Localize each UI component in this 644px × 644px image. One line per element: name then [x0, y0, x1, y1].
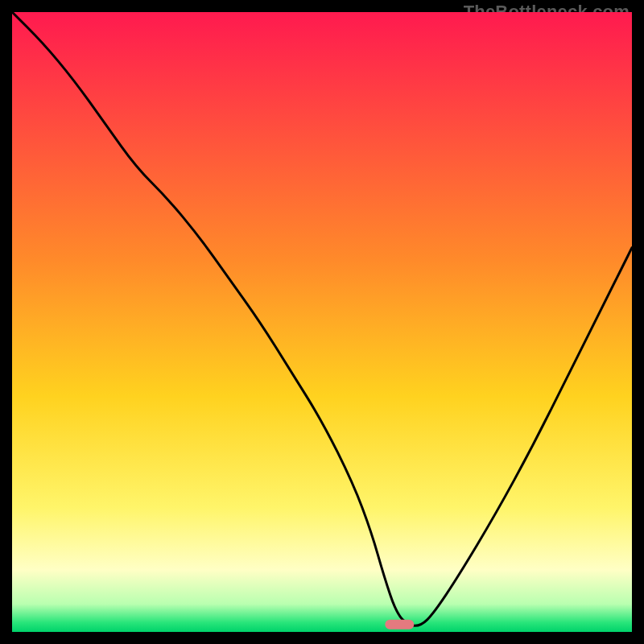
- optimal-marker: [385, 620, 414, 630]
- chart-frame: TheBottleneck.com: [0, 0, 644, 644]
- bottleneck-chart: [12, 12, 632, 632]
- chart-background: [12, 12, 632, 632]
